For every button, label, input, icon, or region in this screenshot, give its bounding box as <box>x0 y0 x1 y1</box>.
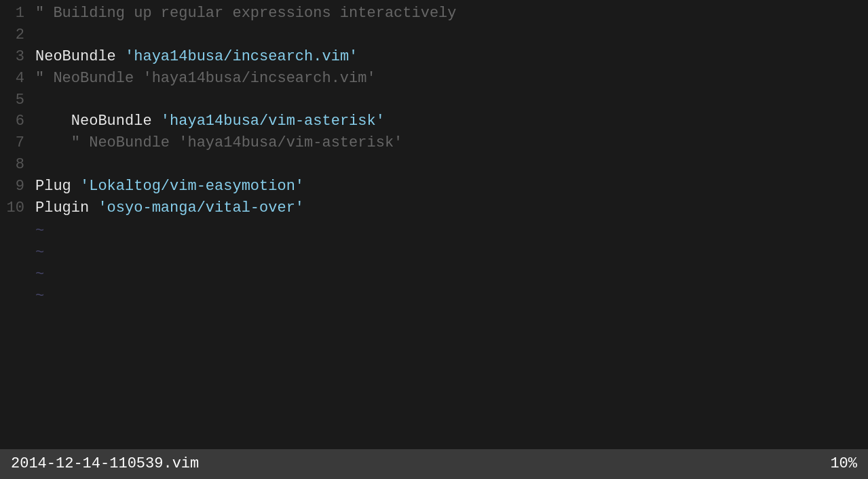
code-line-3: 3 NeoBundle 'haya14busa/incsearch.vim' <box>0 46 868 68</box>
code-line-2: 2 <box>0 24 868 46</box>
editor-area[interactable]: 1 " Building up regular expressions inte… <box>0 0 868 449</box>
code-line-1: 1 " Building up regular expressions inte… <box>0 3 868 24</box>
line-number-10: 10 <box>0 197 35 219</box>
tilde-line-2: ~ <box>0 242 868 264</box>
tilde-content-3: ~ <box>35 264 868 286</box>
tilde-number-3 <box>0 264 35 286</box>
tilde-line-1: ~ <box>0 221 868 242</box>
code-line-8: 8 <box>0 154 868 176</box>
code-line-10: 10 Plugin 'osyo-manga/vital-over' <box>0 197 868 219</box>
line-content-1: " Building up regular expressions intera… <box>35 3 868 24</box>
line-number-5: 5 <box>0 90 35 111</box>
line-content-4: " NeoBundle 'haya14busa/incsearch.vim' <box>35 68 868 90</box>
code-line-9: 9 Plug 'Lokaltog/vim-easymotion' <box>0 176 868 197</box>
tilde-number-2 <box>0 242 35 264</box>
tilde-content-2: ~ <box>35 242 868 264</box>
tilde-section: ~ ~ ~ ~ <box>0 219 868 309</box>
line-content-6: NeoBundle 'haya14busa/vim-asterisk' <box>35 111 868 132</box>
code-line-6: 6 NeoBundle 'haya14busa/vim-asterisk' <box>0 111 868 132</box>
line-content-10: Plugin 'osyo-manga/vital-over' <box>35 197 868 219</box>
tilde-number-1 <box>0 221 35 242</box>
line-number-2: 2 <box>0 24 35 46</box>
line-content-9: Plug 'Lokaltog/vim-easymotion' <box>35 176 868 197</box>
code-line-7: 7 " NeoBundle 'haya14busa/vim-asterisk' <box>0 132 868 154</box>
line-number-8: 8 <box>0 154 35 176</box>
line-number-4: 4 <box>0 68 35 90</box>
code-line-4: 4 " NeoBundle 'haya14busa/incsearch.vim' <box>0 68 868 90</box>
status-filename: 2014-12-14-110539.vim <box>11 453 199 475</box>
status-bar: 2014-12-14-110539.vim 10% <box>0 449 868 479</box>
tilde-line-3: ~ <box>0 264 868 286</box>
line-content-7: " NeoBundle 'haya14busa/vim-asterisk' <box>35 132 868 154</box>
line-number-7: 7 <box>0 132 35 154</box>
line-number-9: 9 <box>0 176 35 197</box>
line-content-3: NeoBundle 'haya14busa/incsearch.vim' <box>35 46 868 68</box>
line-number-1: 1 <box>0 3 35 24</box>
tilde-content-1: ~ <box>35 221 868 242</box>
tilde-number-4 <box>0 286 35 307</box>
code-line-5: 5 <box>0 90 868 111</box>
status-percent: 10% <box>830 453 857 475</box>
tilde-line-4: ~ <box>0 286 868 307</box>
line-number-3: 3 <box>0 46 35 68</box>
tilde-content-4: ~ <box>35 286 868 307</box>
line-number-6: 6 <box>0 111 35 132</box>
